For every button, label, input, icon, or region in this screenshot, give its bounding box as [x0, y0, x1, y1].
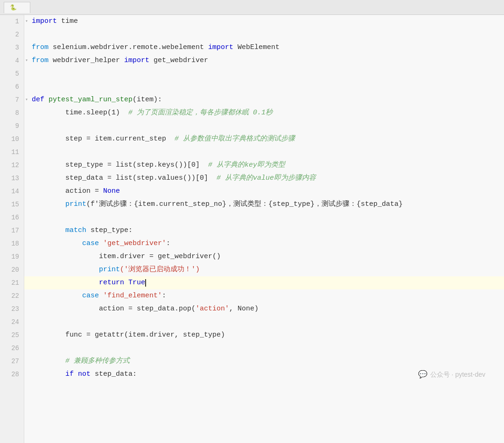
- token-plain: [32, 289, 82, 302]
- token-plain: :: [166, 237, 170, 250]
- token-plain: item.driver = get_webdriver(): [32, 250, 221, 263]
- token-plain: time.sleep(1): [32, 106, 128, 120]
- line-number: 16: [0, 211, 24, 224]
- token-plain: step_type:: [86, 224, 133, 237]
- fold-arrow: [25, 329, 32, 342]
- line-number: 3: [0, 41, 24, 54]
- title-bar: 🐍: [0, 0, 504, 15]
- token-plain: , None): [229, 302, 259, 316]
- fold-arrow: [25, 289, 32, 302]
- token-comment-cn: # 兼顾多种传参方式: [32, 355, 130, 368]
- fold-arrow: [25, 263, 32, 276]
- token-kw-import: import: [208, 41, 233, 54]
- token-plain: action = step_data.pop(: [32, 302, 196, 316]
- code-content[interactable]: ▾import time from selenium.webdriver.rem…: [24, 15, 504, 443]
- token-kw-case: case: [82, 237, 99, 250]
- code-line: from selenium.webdriver.remote.webelemen…: [24, 41, 504, 54]
- token-plain: [99, 237, 103, 250]
- fold-arrow: [25, 237, 32, 250]
- token-comment-cn: # 从字典的value即为步骤内容: [217, 172, 316, 185]
- line-number: 11: [0, 146, 24, 159]
- line-number: 4: [0, 54, 24, 67]
- line-number: 20: [0, 263, 24, 276]
- line-number: 15: [0, 198, 24, 211]
- token-kw-print: print: [65, 198, 86, 211]
- token-kw-match: match: [65, 224, 86, 237]
- line-number: 8: [0, 106, 24, 120]
- line-number: 27: [0, 355, 24, 368]
- token-comment-cn: # 从参数值中取出字典格式的测试步骤: [175, 133, 295, 146]
- token-plain: webdriver_helper: [49, 54, 124, 67]
- fold-arrow: [25, 133, 32, 146]
- line-number: 2: [0, 28, 24, 41]
- token-plain: [32, 368, 65, 381]
- line-number: 12: [0, 159, 24, 172]
- fold-arrow: [25, 302, 32, 316]
- line-number: 22: [0, 289, 24, 302]
- line-number: 5: [0, 67, 24, 80]
- token-plain: get_webdriver: [149, 54, 208, 67]
- token-plain: step_type = list(step.keys())[0]: [32, 159, 208, 172]
- token-plain: (item):: [133, 93, 162, 106]
- fold-arrow: [25, 159, 32, 172]
- token-plain: step = item.current_step: [32, 133, 175, 146]
- token-plain: [32, 237, 82, 250]
- token-plain: :: [162, 289, 166, 302]
- code-line: [24, 80, 504, 93]
- code-line: action = None: [24, 185, 504, 198]
- token-plain: [124, 276, 128, 289]
- line-number: 19: [0, 250, 24, 263]
- token-plain: (f'测试步骤：{item.current_step_no}，测试类型：{ste…: [86, 198, 403, 211]
- token-plain: selenium.webdriver.remote.webelement: [49, 41, 208, 54]
- token-kw-from: from: [32, 54, 49, 67]
- token-comment-cn: # 从字典的key即为类型: [208, 159, 285, 172]
- code-line: print(f'测试步骤：{item.current_step_no}，测试类型…: [24, 198, 504, 211]
- fold-arrow: [25, 80, 32, 93]
- code-line: [24, 28, 504, 41]
- code-line: ▾from webdriver_helper import get_webdri…: [24, 54, 504, 67]
- token-plain: func = getattr(item.driver, step_type): [32, 329, 225, 342]
- token-kw-from: from: [32, 41, 49, 54]
- line-number: 23: [0, 302, 24, 316]
- code-line: step_data = list(step.values())[0] # 从字典…: [24, 172, 504, 185]
- fold-arrow: [25, 67, 32, 80]
- line-number: 13: [0, 172, 24, 185]
- code-line: # 兼顾多种传参方式: [24, 355, 504, 368]
- fold-arrow: [25, 250, 32, 263]
- fold-arrow: [25, 146, 32, 159]
- line-number: 7: [0, 93, 24, 106]
- token-kw-case: case: [82, 289, 99, 302]
- code-line: if not step_data:💬公众号 · pytest-dev: [24, 368, 504, 381]
- line-number: 1: [0, 15, 24, 28]
- editor-window: 🐍 12345678910111213141516171819202122232…: [0, 0, 504, 443]
- line-number: 18: [0, 237, 24, 250]
- fold-arrow: [25, 316, 32, 329]
- token-kw-print: print: [99, 263, 120, 276]
- token-plain: [44, 93, 49, 106]
- line-number: 6: [0, 80, 24, 93]
- code-line: [24, 211, 504, 224]
- code-line: match step_type:: [24, 224, 504, 237]
- code-line: [24, 146, 504, 159]
- fold-arrow: [25, 224, 32, 237]
- token-kw-none: None: [103, 185, 120, 198]
- fold-arrow: [25, 120, 32, 133]
- code-line: ▾import time: [24, 15, 504, 28]
- token-plain: [99, 289, 103, 302]
- line-number: 28: [0, 368, 24, 381]
- token-plain: action =: [32, 185, 103, 198]
- token-plain: [32, 198, 65, 211]
- watermark: 💬公众号 · pytest-dev: [418, 368, 485, 381]
- watermark-text: 公众号 · pytest-dev: [430, 368, 485, 381]
- fold-arrow: [25, 172, 32, 185]
- line-number: 24: [0, 316, 24, 329]
- token-kw-import: import: [32, 15, 57, 28]
- token-string: 'get_webdriver': [103, 237, 166, 250]
- editor-tab[interactable]: 🐍: [4, 2, 30, 13]
- line-number: 21: [0, 276, 24, 289]
- token-kw-def: def: [32, 93, 44, 106]
- token-plain: [74, 368, 78, 381]
- fold-arrow: [25, 28, 32, 41]
- token-string: 'find_element': [103, 289, 162, 302]
- line-number: 25: [0, 329, 24, 342]
